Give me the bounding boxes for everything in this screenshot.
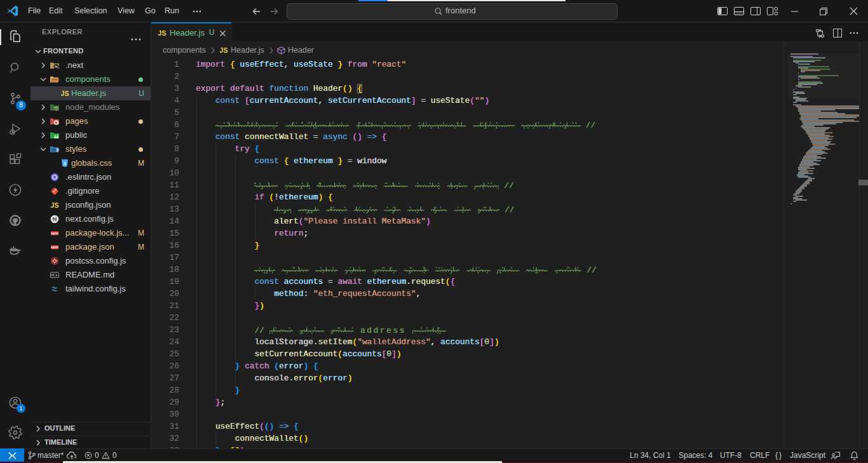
svg-text:JS: JS bbox=[51, 201, 59, 209]
svg-text:npm: npm bbox=[53, 107, 59, 111]
svg-text:3: 3 bbox=[64, 161, 66, 166]
svg-text:npm: npm bbox=[51, 231, 58, 235]
svg-text:JS: JS bbox=[220, 46, 228, 54]
svg-text:npm: npm bbox=[51, 245, 58, 249]
svg-text:JS: JS bbox=[158, 29, 166, 37]
svg-text:JS: JS bbox=[61, 90, 69, 97]
